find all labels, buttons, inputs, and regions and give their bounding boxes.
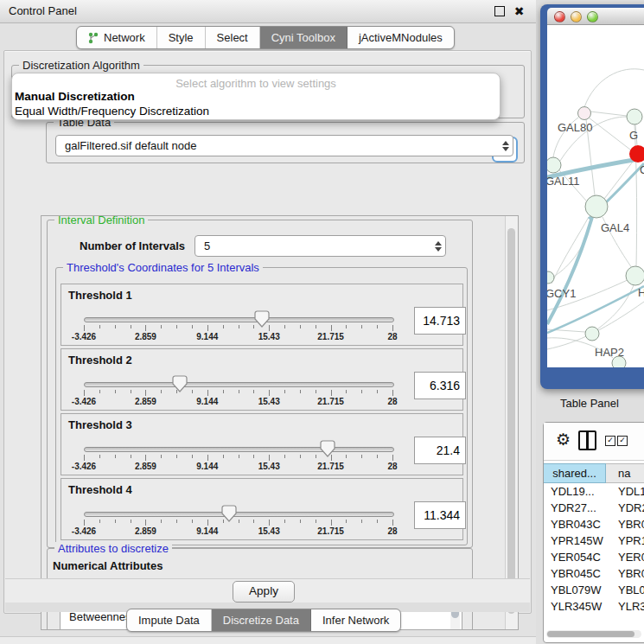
table-row[interactable]: YPR145WYPR1 xyxy=(544,532,644,549)
cell-name[interactable]: YBR0 xyxy=(612,565,644,582)
threshold-slider[interactable]: -3.4262.8599.14415.4321.71528 xyxy=(84,503,392,538)
tick-mark xyxy=(377,390,378,393)
cell-name[interactable]: YDR2 xyxy=(612,500,644,516)
vertical-scrollbar[interactable] xyxy=(505,216,518,629)
cell-name[interactable]: YDL1 xyxy=(612,483,644,500)
network-node[interactable] xyxy=(585,195,608,218)
split-view-icon[interactable] xyxy=(578,430,596,450)
column-header-shared-name[interactable]: shared... xyxy=(544,463,606,483)
network-node[interactable] xyxy=(578,107,591,120)
cell-name[interactable]: YBR0 xyxy=(612,516,644,532)
threshold-value-field[interactable]: 21.4 xyxy=(414,437,466,464)
table-row[interactable]: YDL19...YDL1 xyxy=(544,483,644,500)
cell-shared-name[interactable]: YBL079W xyxy=(544,582,612,598)
slider-thumb[interactable] xyxy=(320,440,335,457)
tick-mark xyxy=(176,325,177,328)
cell-shared-name[interactable]: YDR27... xyxy=(544,500,612,516)
network-edge[interactable] xyxy=(589,118,630,150)
threshold-value-field[interactable]: 14.713 xyxy=(414,307,466,335)
slider-track[interactable] xyxy=(84,447,394,452)
network-node[interactable] xyxy=(626,266,644,285)
tick-mark xyxy=(253,455,254,458)
close-icon[interactable]: ✖ xyxy=(513,6,525,17)
slider-thumb[interactable] xyxy=(254,310,270,328)
slider-track[interactable] xyxy=(84,317,394,322)
tick-mark xyxy=(239,390,239,393)
tab-infer-network[interactable]: Infer Network xyxy=(311,609,400,631)
slider-track[interactable] xyxy=(84,512,394,517)
mac-close-button[interactable] xyxy=(554,11,565,22)
slider-track[interactable] xyxy=(84,382,394,387)
table-data-combobox[interactable]: galFiltered.sif default node xyxy=(55,135,513,156)
tick-mark xyxy=(99,455,100,458)
tab-cyni-toolbox[interactable]: Cyni Toolbox xyxy=(260,27,348,48)
network-edge[interactable] xyxy=(584,69,644,107)
network-view-window: GAL80GCGAL11GAL4GCY1HHAP2 xyxy=(540,4,644,389)
tick-label: 15.43 xyxy=(258,332,280,341)
scrollbar-thumb[interactable] xyxy=(547,631,634,637)
settings-gear-icon[interactable]: ⚙ xyxy=(556,430,571,450)
node-label: H xyxy=(638,286,644,299)
table-data-selected-value: galFiltered.sif default node xyxy=(56,139,499,152)
tab-style[interactable]: Style xyxy=(157,27,206,48)
dropdown-prompt: Select algorithm to view settings xyxy=(12,77,500,90)
threshold-slider[interactable]: -3.4262.8599.14415.4321.71528 xyxy=(84,309,392,343)
mac-zoom-button[interactable] xyxy=(587,11,598,22)
threshold-value-field[interactable]: 11.344 xyxy=(414,501,466,529)
tab-select[interactable]: Select xyxy=(206,27,260,48)
network-canvas[interactable]: GAL80GCGAL11GAL4GCY1HHAP2 xyxy=(547,25,644,367)
threshold-slider[interactable]: -3.4262.8599.14415.4321.71528 xyxy=(84,373,392,408)
threshold-slider[interactable]: -3.4262.8599.14415.4321.71528 xyxy=(84,438,392,473)
float-window-icon[interactable] xyxy=(494,6,505,16)
node-label: C xyxy=(640,163,644,176)
scrollbar-thumb[interactable] xyxy=(507,228,515,614)
tab-impute-data[interactable]: Impute Data xyxy=(127,609,212,631)
checkbox-icon[interactable]: ✓ xyxy=(617,436,628,446)
table-row[interactable]: YER054CYER0 xyxy=(544,549,644,565)
cell-name[interactable]: YBL0 xyxy=(612,582,644,598)
network-node[interactable] xyxy=(627,109,642,124)
dropdown-option[interactable]: Equal Width/Frequency Discretization xyxy=(12,105,500,119)
network-node[interactable] xyxy=(547,157,561,173)
tick-mark xyxy=(331,325,332,331)
network-edge[interactable] xyxy=(590,112,627,116)
cell-shared-name[interactable]: YDL19... xyxy=(544,483,612,500)
threshold-value-field[interactable]: 6.316 xyxy=(414,372,466,399)
tab-label: Infer Network xyxy=(322,614,389,627)
tick-label: -3.426 xyxy=(72,397,96,406)
network-node[interactable] xyxy=(585,327,599,341)
table-row[interactable]: YDR27...YDR2 xyxy=(544,500,644,516)
table-row[interactable]: YLR345WYLR3 xyxy=(544,598,644,615)
tab-network[interactable]: Network xyxy=(77,27,157,48)
cell-shared-name[interactable]: YBR045C xyxy=(544,565,612,582)
table-row[interactable]: YBR043CYBR0 xyxy=(544,516,644,532)
tick-mark xyxy=(145,520,146,526)
horizontal-scrollbar[interactable] xyxy=(546,630,641,638)
dropdown-option[interactable]: Manual Discretization xyxy=(12,90,500,105)
tick-mark xyxy=(300,325,301,328)
cell-shared-name[interactable]: YLR345W xyxy=(544,598,612,615)
cell-shared-name[interactable]: YER054C xyxy=(544,549,612,565)
network-node[interactable] xyxy=(612,356,626,367)
table-row[interactable]: YBR045CYBR0 xyxy=(544,565,644,582)
apply-button[interactable]: Apply xyxy=(233,581,295,603)
network-edge-highlighted[interactable] xyxy=(547,217,592,324)
cell-name[interactable]: YPR1 xyxy=(612,532,644,549)
mac-minimize-button[interactable] xyxy=(571,11,582,22)
table-row[interactable]: YBL079WYBL0 xyxy=(544,582,644,598)
checkbox-icon[interactable]: ✓ xyxy=(605,436,615,446)
tick-mark xyxy=(192,455,193,458)
tab-jactivemnodules[interactable]: jActiveMNodules xyxy=(348,27,454,48)
cell-name[interactable]: YER0 xyxy=(612,549,644,565)
column-header-name[interactable]: na xyxy=(606,463,644,483)
cell-name[interactable]: YLR3 xyxy=(612,598,644,615)
cell-shared-name[interactable]: YBR043C xyxy=(544,516,612,532)
table-header-row: shared... na xyxy=(544,463,644,483)
tab-discretize-data[interactable]: Discretize Data xyxy=(212,609,311,631)
network-edge[interactable] xyxy=(547,302,644,349)
slider-thumb[interactable] xyxy=(172,375,188,392)
number-of-intervals-combobox[interactable]: 5 xyxy=(194,235,446,257)
network-node[interactable] xyxy=(547,271,554,284)
cell-shared-name[interactable]: YPR145W xyxy=(544,532,612,549)
control-panel-titlebar: Control Panel ✖ xyxy=(0,0,536,23)
